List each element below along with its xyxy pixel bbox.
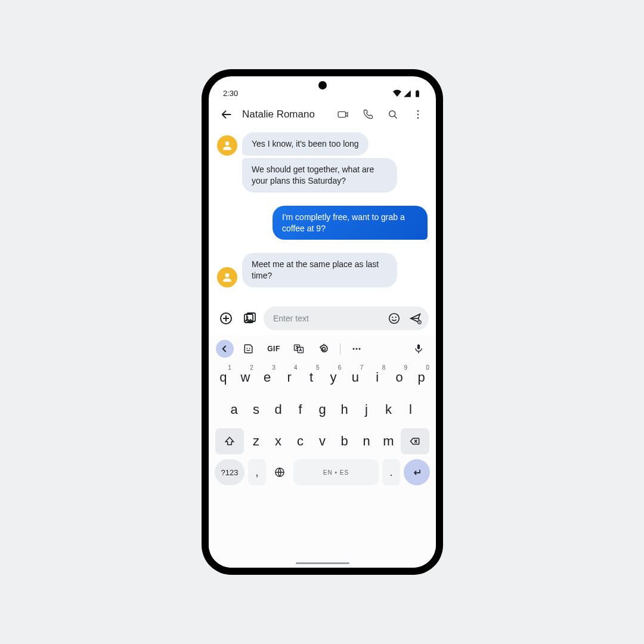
enter-key[interactable] bbox=[404, 459, 430, 485]
message-bubble-out[interactable]: I'm completly free, want to grab a coffe… bbox=[273, 206, 428, 240]
gif-button[interactable]: GIF bbox=[264, 340, 284, 357]
key-g[interactable]: g bbox=[311, 395, 333, 425]
key-y[interactable]: y6 bbox=[323, 363, 345, 392]
key-v[interactable]: v bbox=[311, 427, 333, 456]
key-m[interactable]: m bbox=[377, 427, 400, 456]
send-icon bbox=[409, 312, 422, 325]
keyboard-row-2: a s d f g h j k l bbox=[211, 394, 434, 426]
divider bbox=[340, 343, 340, 354]
app-bar: Natalie Romano bbox=[209, 99, 436, 130]
key-c[interactable]: c bbox=[289, 427, 311, 456]
svg-point-3 bbox=[417, 117, 419, 119]
contact-name[interactable]: Natalie Romano bbox=[242, 109, 315, 120]
message-row: Meet me at the same place as last time? bbox=[217, 253, 428, 287]
svg-point-16 bbox=[323, 348, 326, 351]
key-s[interactable]: s bbox=[245, 395, 267, 425]
add-button[interactable] bbox=[216, 308, 236, 329]
composer: Enter text bbox=[209, 305, 436, 335]
key-h[interactable]: h bbox=[333, 395, 355, 425]
message-bubble-in[interactable]: Yes I know, it's been too long bbox=[242, 132, 369, 156]
key-d[interactable]: d bbox=[267, 395, 289, 425]
key-j[interactable]: j bbox=[355, 395, 377, 425]
gallery-icon bbox=[243, 311, 257, 326]
key-w[interactable]: w2 bbox=[234, 363, 256, 392]
keyboard-row-1: q1 w2 e3 r4 t5 y6 u7 i8 o9 p0 bbox=[211, 361, 434, 394]
key-l[interactable]: l bbox=[400, 395, 422, 425]
message-row: I'm completly free, want to grab a coffe… bbox=[217, 206, 428, 240]
svg-point-0 bbox=[389, 111, 395, 117]
search-icon bbox=[387, 109, 399, 120]
space-key[interactable]: EN • ES bbox=[293, 459, 379, 485]
more-horiz-icon bbox=[351, 343, 363, 355]
key-b[interactable]: b bbox=[333, 427, 355, 456]
person-icon bbox=[221, 271, 233, 283]
status-icons bbox=[393, 89, 422, 98]
more-vert-icon bbox=[412, 109, 424, 120]
avatar[interactable] bbox=[217, 267, 237, 287]
messages-list[interactable]: Yes I know, it's been too long We should… bbox=[209, 130, 436, 305]
backspace-key[interactable] bbox=[401, 428, 429, 454]
voice-input-button[interactable] bbox=[408, 340, 429, 357]
svg-point-8 bbox=[389, 314, 400, 324]
gallery-button[interactable] bbox=[240, 308, 260, 329]
emoji-button[interactable] bbox=[385, 309, 404, 328]
nav-handle[interactable] bbox=[296, 562, 349, 564]
symbols-key[interactable]: ?123 bbox=[215, 459, 244, 485]
key-u[interactable]: u7 bbox=[344, 363, 366, 392]
avatar[interactable] bbox=[217, 135, 237, 156]
message-bubble-in[interactable]: We should get together, what are your pl… bbox=[242, 158, 397, 193]
translate-button[interactable] bbox=[289, 340, 309, 357]
svg-point-1 bbox=[417, 110, 419, 112]
call-button[interactable] bbox=[357, 104, 379, 125]
screen: 2:30 Natalie Romano bbox=[209, 76, 436, 568]
language-key[interactable] bbox=[270, 459, 290, 485]
globe-icon bbox=[274, 466, 286, 478]
keyboard: GIF q1 w2 e bbox=[209, 335, 436, 568]
shift-icon bbox=[224, 435, 236, 447]
search-button[interactable] bbox=[382, 104, 404, 125]
keyboard-bottom-row: ?123 , EN • ES . bbox=[211, 457, 434, 485]
keyboard-toolbar: GIF bbox=[211, 339, 434, 361]
mic-icon bbox=[413, 343, 425, 355]
more-options-button[interactable] bbox=[407, 104, 429, 125]
video-call-button[interactable] bbox=[332, 104, 354, 125]
key-n[interactable]: n bbox=[355, 427, 377, 456]
shift-key[interactable] bbox=[215, 428, 244, 454]
plus-circle-icon bbox=[219, 311, 233, 326]
key-o[interactable]: o9 bbox=[388, 363, 410, 392]
key-z[interactable]: z bbox=[245, 427, 267, 456]
key-x[interactable]: x bbox=[267, 427, 289, 456]
key-k[interactable]: k bbox=[377, 395, 400, 425]
text-input[interactable]: Enter text bbox=[264, 306, 429, 330]
sticker-icon bbox=[243, 343, 255, 355]
svg-point-17 bbox=[353, 348, 355, 350]
signal-icon bbox=[403, 89, 411, 98]
message-row: Yes I know, it's been too long bbox=[217, 132, 428, 156]
key-i[interactable]: i8 bbox=[366, 363, 388, 392]
svg-point-9 bbox=[392, 317, 393, 318]
gear-icon bbox=[318, 343, 330, 355]
key-p[interactable]: p0 bbox=[410, 363, 432, 392]
period-key[interactable]: . bbox=[382, 459, 400, 485]
more-keyboard-button[interactable] bbox=[346, 340, 367, 357]
keyboard-collapse-button[interactable] bbox=[216, 340, 234, 358]
send-button[interactable] bbox=[406, 309, 425, 328]
wifi-icon bbox=[393, 89, 401, 98]
front-camera bbox=[318, 81, 327, 89]
key-q[interactable]: q1 bbox=[212, 363, 234, 392]
svg-point-13 bbox=[249, 348, 250, 349]
enter-icon bbox=[411, 466, 423, 478]
key-f[interactable]: f bbox=[289, 395, 311, 425]
phone-frame: 2:30 Natalie Romano bbox=[202, 69, 443, 575]
comma-key[interactable]: , bbox=[248, 459, 266, 485]
emoji-icon bbox=[388, 312, 401, 325]
arrow-back-icon bbox=[220, 108, 233, 121]
key-t[interactable]: t5 bbox=[301, 363, 323, 392]
message-bubble-in[interactable]: Meet me at the same place as last time? bbox=[242, 253, 397, 287]
back-button[interactable] bbox=[216, 104, 237, 125]
key-r[interactable]: r4 bbox=[278, 363, 301, 392]
settings-button[interactable] bbox=[314, 340, 334, 357]
sticker-button[interactable] bbox=[239, 340, 259, 357]
key-e[interactable]: e3 bbox=[256, 363, 278, 392]
key-a[interactable]: a bbox=[223, 395, 245, 425]
